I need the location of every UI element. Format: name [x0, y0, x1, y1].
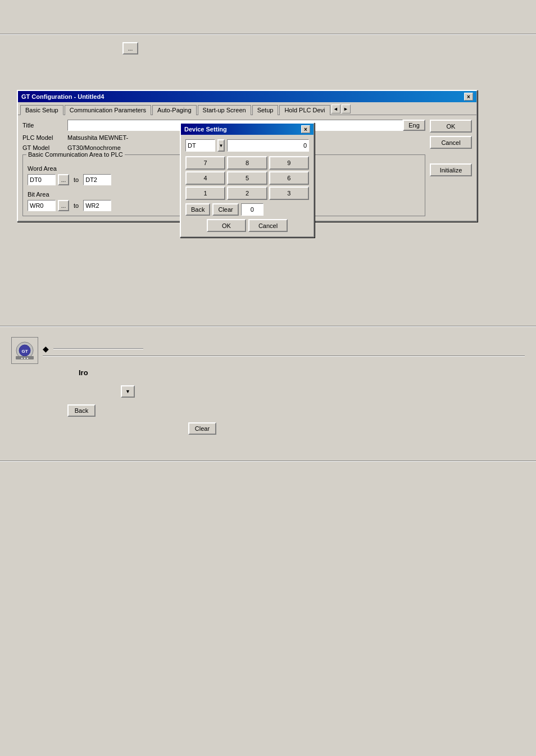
device-back-button[interactable]: Back — [185, 203, 210, 216]
numpad-6[interactable]: 6 — [269, 171, 309, 185]
app-icon-svg: GT ▲▲▲ — [15, 340, 35, 361]
device-select-container: DT — [185, 139, 215, 152]
groupbox-title: Basic Communication Area to PLC — [26, 151, 125, 158]
gt-model-value: GT30/Monochrome — [67, 144, 121, 151]
plc-model-value: Matsushita MEWNET- — [67, 134, 128, 141]
svg-text:GT: GT — [21, 349, 28, 354]
title-label: Title — [22, 122, 67, 129]
device-titlebar: Device Setting × — [181, 124, 314, 135]
bottom-divider-bottom — [0, 461, 536, 462]
bit-to-input[interactable]: WR2 — [83, 200, 111, 211]
tab-communication-parameters[interactable]: Communication Parameters — [65, 105, 151, 115]
app-icon: GT ▲▲▲ — [11, 337, 38, 364]
device-top-row: DT ▼ — [185, 139, 309, 152]
plc-model-label: PLC Model — [22, 134, 67, 141]
top-browse-button[interactable]: ... — [122, 42, 138, 54]
tab-hold-plc[interactable]: Hold PLC Devi — [279, 105, 330, 115]
tab-startup-screen[interactable]: Start-up Screen — [198, 105, 251, 115]
device-number-input[interactable] — [227, 139, 309, 152]
word-to-label: to — [74, 176, 79, 183]
ok-button[interactable]: OK — [430, 120, 472, 133]
bit-from-browse[interactable]: ... — [58, 200, 69, 211]
device-dropdown-arrow[interactable]: ▼ — [217, 139, 225, 152]
short-divider — [53, 348, 143, 349]
tab-next-button[interactable]: ► — [342, 104, 351, 113]
numpad: 7 8 9 4 5 6 1 2 3 — [185, 156, 309, 200]
dialog-title: GT Configuration - Untitled4 — [21, 93, 104, 100]
numpad-1[interactable]: 1 — [185, 186, 225, 200]
numpad-7[interactable]: 7 — [185, 156, 225, 170]
word-area-label: Word Area — [28, 165, 72, 172]
numpad-4[interactable]: 4 — [185, 171, 225, 185]
device-action-row: OK Cancel — [185, 219, 309, 232]
cancel-button[interactable]: Cancel — [430, 136, 472, 149]
bit-to-label: to — [74, 202, 79, 209]
dialog-tabs: Basic Setup Communication Parameters Aut… — [18, 102, 476, 115]
device-clear-button[interactable]: Clear — [212, 203, 238, 216]
numpad-9[interactable]: 9 — [269, 156, 309, 170]
device-zero-input[interactable] — [241, 203, 264, 216]
bullet-dot: ◆ — [43, 344, 49, 353]
device-title: Device Setting — [184, 126, 227, 133]
bullet-row: ◆ — [43, 344, 525, 353]
numpad-8[interactable]: 8 — [227, 156, 267, 170]
numpad-5[interactable]: 5 — [227, 171, 267, 185]
bottom-back-button[interactable]: Back — [67, 404, 96, 417]
device-back-clear-row: Back Clear — [185, 203, 309, 216]
bottom-divider-top — [0, 326, 536, 327]
device-select-value: DT — [186, 142, 215, 149]
initialize-button[interactable]: Initialize — [430, 163, 472, 176]
dialog-side-buttons: OK Cancel Initialize — [430, 120, 472, 216]
tab-setup[interactable]: Setup — [252, 105, 279, 115]
numpad-3[interactable]: 3 — [269, 186, 309, 200]
tab-auto-paging[interactable]: Auto-Paging — [152, 105, 197, 115]
device-cancel-button[interactable]: Cancel — [248, 219, 288, 232]
tab-prev-button[interactable]: ◄ — [331, 104, 340, 113]
gt-model-label: GT Model — [22, 144, 67, 151]
bottom-dropdown-area: ▼ — [121, 385, 525, 398]
top-browse-label: ... — [128, 45, 133, 52]
device-content: DT ▼ 7 8 9 4 5 6 1 2 3 Back Clear OK — [181, 135, 314, 236]
top-divider — [0, 34, 536, 35]
word-to-input[interactable]: DT2 — [83, 174, 111, 185]
bit-area-label: Bit Area — [28, 191, 72, 198]
bottom-clear-button[interactable]: Clear — [188, 422, 216, 435]
dialog-titlebar: GT Configuration - Untitled4 × — [18, 91, 476, 102]
bottom-dropdown-button[interactable]: ▼ — [121, 385, 135, 398]
eng-button[interactable]: Eng — [403, 120, 425, 131]
device-close-button[interactable]: × — [301, 125, 310, 133]
iro-text: Iro — [79, 368, 525, 377]
bottom-divider-area: ◆ — [43, 344, 525, 357]
device-ok-button[interactable]: OK — [207, 219, 246, 232]
bit-from-input[interactable]: WR0 — [28, 200, 56, 211]
bottom-icon-row: GT ▲▲▲ ◆ — [11, 337, 525, 364]
word-from-browse[interactable]: ... — [58, 174, 69, 185]
bottom-section: GT ▲▲▲ ◆ Iro ▼ — [0, 331, 536, 403]
numpad-2[interactable]: 2 — [227, 186, 267, 200]
tab-basic-setup[interactable]: Basic Setup — [20, 105, 63, 115]
dialog-close-button[interactable]: × — [464, 93, 473, 101]
long-divider — [43, 356, 525, 357]
word-from-input[interactable]: DT0 — [28, 174, 56, 185]
device-dialog: Device Setting × DT ▼ 7 8 9 4 5 6 1 2 3 — [180, 122, 315, 238]
svg-text:▲▲▲: ▲▲▲ — [21, 356, 29, 359]
